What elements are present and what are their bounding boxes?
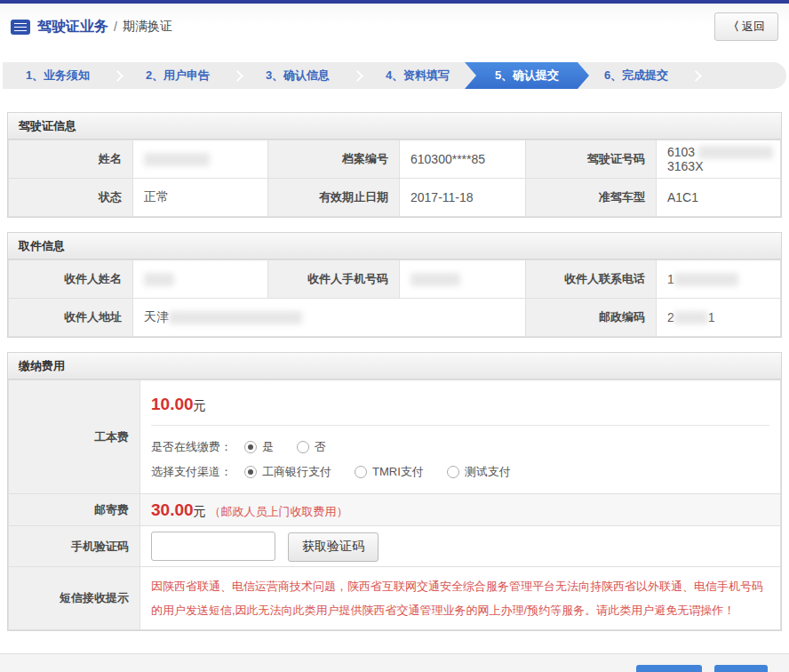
- radio-icon[interactable]: [244, 441, 257, 453]
- page-title: 驾驶证业务: [37, 18, 108, 36]
- sms-notice-label: 短信接收提示: [9, 567, 140, 630]
- recipient-phone-value: 1: [657, 260, 781, 299]
- sms-code-input[interactable]: [151, 532, 275, 561]
- sms-code-cell: 获取验证码: [140, 526, 781, 567]
- postcode-label: 邮政编码: [526, 299, 657, 337]
- valid-until-value: 2017-11-18: [400, 179, 526, 217]
- chevron-separator-icon: [112, 70, 124, 82]
- table-row: 短信接收提示 因陕西省联通、电信运营商技术问题，陕西省互联网交通安全综合服务管理…: [9, 567, 781, 630]
- get-sms-code-button[interactable]: 获取验证码: [288, 532, 379, 562]
- radio-label: 是: [262, 439, 274, 455]
- table-row: 姓名 档案编号 610300****85 驾驶证号码 6103 3163X: [9, 140, 781, 179]
- redacted-value: [410, 273, 460, 286]
- back-button[interactable]: 〈返回: [714, 12, 778, 41]
- radio-label: 测试支付: [465, 464, 511, 480]
- vehicle-class-label: 准驾车型: [526, 179, 657, 217]
- recipient-name-value: [133, 260, 268, 299]
- pickup-info-table: 收件人姓名 收件人手机号码 收件人联系电话 1 收件人地址 天津 邮政编码 21: [8, 260, 781, 337]
- status-value: 正常: [133, 179, 268, 217]
- page-header: 驾驶证业务 / 期满换证 〈返回: [0, 4, 789, 50]
- step-1-business-notes[interactable]: 1、业务须知: [3, 62, 113, 89]
- postage-fee-value: 30.00元（邮政人员上门收取费用）: [140, 494, 781, 526]
- recipient-mobile-label: 收件人手机号码: [268, 260, 400, 299]
- sms-notice-cell: 因陕西省联通、电信运营商技术问题，陕西省互联网交通安全综合服务管理平台无法向持陕…: [140, 567, 781, 630]
- license-no-prefix: 6103: [667, 145, 695, 159]
- radio-label: 工商银行支付: [262, 464, 331, 480]
- work-fee-amount: 10.00: [151, 395, 194, 413]
- vehicle-class-value: A1C1: [657, 179, 781, 217]
- step-5-confirm-submit[interactable]: 5、确认提交: [465, 62, 589, 89]
- postcode-value: 21: [657, 299, 781, 337]
- postage-fee-amount: 30.00: [151, 500, 194, 519]
- fees-section: 缴纳费用 工本费 10.00元 是否在线缴费： 是 否 选择支付渠道： 工商银行…: [7, 352, 782, 631]
- online-pay-label: 是否在线缴费：: [151, 439, 232, 455]
- sms-notice-text: 因陕西省联通、电信运营商技术问题，陕西省互联网交通安全综合服务管理平台无法向持陕…: [151, 567, 780, 629]
- radio-icon[interactable]: [297, 441, 309, 453]
- recipient-phone-prefix: 1: [667, 272, 674, 286]
- work-fee-label: 工本费: [9, 380, 140, 494]
- license-info-table: 姓名 档案编号 610300****85 驾驶证号码 6103 3163X 状态…: [8, 140, 781, 217]
- radio-icon[interactable]: [355, 466, 367, 478]
- fees-table: 工本费 10.00元 是否在线缴费： 是 否 选择支付渠道： 工商银行支付 TM…: [8, 380, 781, 630]
- redacted-value: [674, 273, 738, 286]
- radio-icon[interactable]: [447, 466, 459, 478]
- step-4-fill-materials[interactable]: 4、资料填写: [363, 62, 473, 89]
- progress-steps: 1、业务须知 2、用户申告 3、确认信息 4、资料填写 5、确认提交 6、完成提…: [3, 62, 786, 89]
- table-row: 收件人地址 天津 邮政编码 21: [9, 299, 781, 337]
- chevron-left-icon: 〈: [728, 20, 739, 33]
- file-no-label: 档案编号: [268, 140, 400, 179]
- chevron-separator-icon: [232, 70, 243, 82]
- redacted-value: [144, 153, 210, 166]
- recipient-mobile-value: [400, 260, 526, 299]
- step-6-complete-submit[interactable]: 6、完成提交: [581, 62, 691, 89]
- fees-title: 缴纳费用: [8, 353, 781, 380]
- name-value: [133, 140, 268, 179]
- pickup-info-section: 取件信息 收件人姓名 收件人手机号码 收件人联系电话 1 收件人地址 天津 邮政…: [7, 232, 782, 338]
- postage-fee-note: （邮政人员上门收取费用）: [210, 505, 348, 518]
- channel-option-tmri[interactable]: TMRI支付: [355, 464, 424, 480]
- name-label: 姓名: [9, 140, 133, 179]
- status-label: 状态: [9, 179, 133, 217]
- redacted-value: [169, 311, 302, 324]
- online-pay-option-yes[interactable]: 是: [244, 439, 274, 455]
- license-menu-icon: [11, 20, 30, 35]
- table-row: 邮寄费 30.00元（邮政人员上门收取费用）: [9, 494, 781, 526]
- pickup-info-title: 取件信息: [8, 233, 781, 260]
- redacted-value: [698, 146, 773, 159]
- pay-channel-label: 选择支付渠道：: [151, 464, 232, 480]
- valid-until-label: 有效期止日期: [268, 179, 400, 217]
- radio-label: 否: [315, 439, 326, 455]
- step-3-confirm-info[interactable]: 3、确认信息: [243, 62, 353, 89]
- license-no-suffix: 3163X: [667, 159, 703, 173]
- license-info-section: 驾驶证信息 姓名 档案编号 610300****85 驾驶证号码 6103 31…: [7, 112, 782, 218]
- channel-option-icbc[interactable]: 工商银行支付: [244, 464, 331, 480]
- work-fee-unit: 元: [194, 398, 206, 412]
- pay-channel-question: 选择支付渠道： 工商银行支付 TMRI支付 测试支付: [151, 460, 769, 484]
- breadcrumb-divider: /: [114, 20, 117, 34]
- table-row: 收件人姓名 收件人手机号码 收件人联系电话 1: [9, 260, 781, 299]
- license-info-title: 驾驶证信息: [8, 113, 781, 140]
- online-pay-question: 是否在线缴费： 是 否: [151, 435, 769, 460]
- postcode-suffix: 1: [708, 310, 715, 324]
- channel-option-test[interactable]: 测试支付: [447, 464, 511, 480]
- breadcrumb-current: 期满换证: [123, 19, 172, 35]
- table-row: 工本费 10.00元 是否在线缴费： 是 否 选择支付渠道： 工商银行支付 TM…: [9, 380, 781, 494]
- step-2-user-declaration[interactable]: 2、用户申告: [123, 62, 233, 89]
- online-pay-option-no[interactable]: 否: [297, 439, 326, 455]
- sms-code-label: 手机验证码: [9, 526, 140, 567]
- recipient-phone-label: 收件人联系电话: [526, 260, 657, 299]
- previous-step-button[interactable]: 上一步: [636, 665, 702, 672]
- footer-action-bar: 上一步 完成: [0, 653, 789, 672]
- chevron-separator-icon: [690, 70, 702, 82]
- radio-label: TMRI支付: [372, 464, 424, 480]
- finish-button[interactable]: 完成: [714, 665, 768, 672]
- recipient-address-label: 收件人地址: [9, 299, 133, 337]
- table-row: 状态 正常 有效期止日期 2017-11-18 准驾车型 A1C1: [9, 179, 781, 217]
- radio-icon[interactable]: [244, 466, 257, 478]
- recipient-name-label: 收件人姓名: [9, 260, 133, 299]
- back-button-label: 返回: [742, 20, 765, 33]
- redacted-value: [144, 273, 174, 286]
- chevron-separator-icon: [352, 70, 363, 82]
- license-no-value: 6103 3163X: [657, 140, 781, 179]
- postage-fee-label: 邮寄费: [9, 494, 140, 526]
